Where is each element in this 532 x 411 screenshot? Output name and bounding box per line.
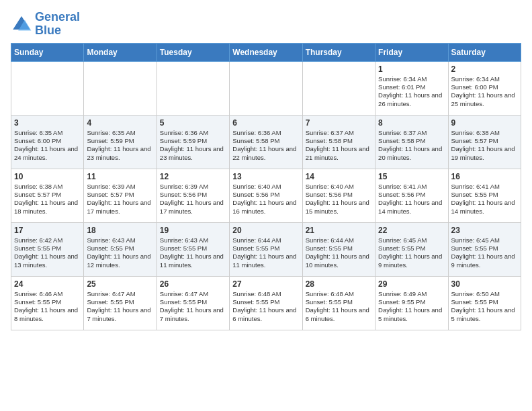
day-info: Sunrise: 6:40 AM Sunset: 5:56 PM Dayligh…	[306, 183, 372, 216]
day-number: 28	[306, 279, 372, 289]
day-header-saturday: Saturday	[448, 43, 521, 61]
day-info: Sunrise: 6:39 AM Sunset: 5:57 PM Dayligh…	[87, 183, 153, 216]
day-number: 1	[378, 64, 445, 74]
calendar-week-2: 3Sunrise: 6:35 AM Sunset: 6:00 PM Daylig…	[11, 115, 521, 169]
day-number: 3	[14, 118, 81, 128]
day-number: 6	[232, 118, 299, 128]
day-header-wednesday: Wednesday	[230, 43, 302, 61]
calendar-week-1: 1Sunrise: 6:34 AM Sunset: 6:01 PM Daylig…	[11, 61, 521, 115]
day-number: 4	[87, 118, 153, 128]
day-number: 25	[87, 279, 153, 289]
day-info: Sunrise: 6:48 AM Sunset: 5:55 PM Dayligh…	[232, 290, 299, 323]
calendar-cell	[11, 61, 84, 115]
day-info: Sunrise: 6:46 AM Sunset: 5:55 PM Dayligh…	[14, 290, 81, 323]
calendar-cell: 20Sunrise: 6:44 AM Sunset: 5:55 PM Dayli…	[230, 222, 302, 276]
day-info: Sunrise: 6:35 AM Sunset: 6:00 PM Dayligh…	[14, 129, 81, 162]
day-info: Sunrise: 6:47 AM Sunset: 5:55 PM Dayligh…	[87, 290, 153, 323]
day-number: 20	[232, 226, 299, 235]
day-header-friday: Friday	[375, 43, 448, 61]
day-number: 12	[160, 172, 226, 181]
calendar-cell: 12Sunrise: 6:39 AM Sunset: 5:56 PM Dayli…	[157, 169, 229, 222]
day-number: 24	[14, 279, 81, 289]
day-info: Sunrise: 6:38 AM Sunset: 5:57 PM Dayligh…	[14, 183, 81, 216]
calendar-cell: 2Sunrise: 6:34 AM Sunset: 6:00 PM Daylig…	[448, 61, 521, 115]
calendar-cell: 26Sunrise: 6:47 AM Sunset: 5:55 PM Dayli…	[157, 276, 229, 330]
calendar-cell: 3Sunrise: 6:35 AM Sunset: 6:00 PM Daylig…	[11, 115, 84, 169]
day-number: 14	[306, 172, 372, 181]
calendar-cell: 1Sunrise: 6:34 AM Sunset: 6:01 PM Daylig…	[375, 61, 448, 115]
calendar-cell: 15Sunrise: 6:41 AM Sunset: 5:56 PM Dayli…	[375, 169, 448, 222]
day-info: Sunrise: 6:48 AM Sunset: 5:55 PM Dayligh…	[306, 290, 372, 323]
day-number: 11	[87, 172, 153, 181]
day-header-monday: Monday	[84, 43, 157, 61]
day-info: Sunrise: 6:50 AM Sunset: 5:55 PM Dayligh…	[451, 290, 518, 323]
day-info: Sunrise: 6:41 AM Sunset: 5:55 PM Dayligh…	[451, 183, 518, 216]
day-header-sunday: Sunday	[11, 43, 84, 61]
calendar-week-4: 17Sunrise: 6:42 AM Sunset: 5:55 PM Dayli…	[11, 222, 521, 276]
day-number: 15	[378, 172, 445, 181]
day-header-tuesday: Tuesday	[157, 43, 229, 61]
day-number: 8	[378, 118, 445, 128]
day-info: Sunrise: 6:43 AM Sunset: 5:55 PM Dayligh…	[160, 236, 226, 269]
calendar-cell: 25Sunrise: 6:47 AM Sunset: 5:55 PM Dayli…	[84, 276, 157, 330]
day-number: 2	[451, 64, 518, 74]
day-number: 21	[306, 226, 372, 235]
day-header-thursday: Thursday	[302, 43, 375, 61]
calendar-cell: 22Sunrise: 6:45 AM Sunset: 5:55 PM Dayli…	[375, 222, 448, 276]
calendar-cell	[84, 61, 157, 115]
calendar-cell: 24Sunrise: 6:46 AM Sunset: 5:55 PM Dayli…	[11, 276, 84, 330]
logo-icon	[11, 13, 32, 35]
logo-text: General Blue	[35, 11, 80, 38]
day-number: 19	[160, 226, 226, 235]
day-number: 30	[451, 279, 518, 289]
calendar-table: SundayMondayTuesdayWednesdayThursdayFrid…	[11, 43, 521, 330]
day-info: Sunrise: 6:44 AM Sunset: 5:55 PM Dayligh…	[232, 236, 299, 269]
calendar-cell: 27Sunrise: 6:48 AM Sunset: 5:55 PM Dayli…	[230, 276, 302, 330]
day-info: Sunrise: 6:37 AM Sunset: 5:58 PM Dayligh…	[378, 129, 445, 162]
calendar-week-5: 24Sunrise: 6:46 AM Sunset: 5:55 PM Dayli…	[11, 276, 521, 330]
day-number: 7	[306, 118, 372, 128]
day-number: 27	[232, 279, 299, 289]
day-number: 9	[451, 118, 518, 128]
day-number: 5	[160, 118, 226, 128]
day-info: Sunrise: 6:43 AM Sunset: 5:55 PM Dayligh…	[87, 236, 153, 269]
calendar-cell: 18Sunrise: 6:43 AM Sunset: 5:55 PM Dayli…	[84, 222, 157, 276]
calendar-cell: 16Sunrise: 6:41 AM Sunset: 5:55 PM Dayli…	[448, 169, 521, 222]
day-info: Sunrise: 6:45 AM Sunset: 5:55 PM Dayligh…	[451, 236, 518, 269]
day-number: 10	[14, 172, 81, 181]
day-info: Sunrise: 6:44 AM Sunset: 5:55 PM Dayligh…	[306, 236, 372, 269]
day-info: Sunrise: 6:45 AM Sunset: 5:55 PM Dayligh…	[378, 236, 445, 269]
calendar-cell: 23Sunrise: 6:45 AM Sunset: 5:55 PM Dayli…	[448, 222, 521, 276]
day-number: 29	[378, 279, 445, 289]
calendar-header: SundayMondayTuesdayWednesdayThursdayFrid…	[11, 43, 521, 61]
calendar-cell	[157, 61, 229, 115]
calendar-cell: 9Sunrise: 6:38 AM Sunset: 5:57 PM Daylig…	[448, 115, 521, 169]
calendar-cell	[302, 61, 375, 115]
calendar-cell: 4Sunrise: 6:35 AM Sunset: 5:59 PM Daylig…	[84, 115, 157, 169]
calendar-cell	[230, 61, 302, 115]
day-number: 16	[451, 172, 518, 181]
calendar-week-3: 10Sunrise: 6:38 AM Sunset: 5:57 PM Dayli…	[11, 169, 521, 222]
calendar-cell: 10Sunrise: 6:38 AM Sunset: 5:57 PM Dayli…	[11, 169, 84, 222]
day-info: Sunrise: 6:35 AM Sunset: 5:59 PM Dayligh…	[87, 129, 153, 162]
calendar-cell: 8Sunrise: 6:37 AM Sunset: 5:58 PM Daylig…	[375, 115, 448, 169]
calendar-cell: 28Sunrise: 6:48 AM Sunset: 5:55 PM Dayli…	[302, 276, 375, 330]
day-number: 13	[232, 172, 299, 181]
calendar-cell: 6Sunrise: 6:36 AM Sunset: 5:58 PM Daylig…	[230, 115, 302, 169]
day-info: Sunrise: 6:38 AM Sunset: 5:57 PM Dayligh…	[451, 129, 518, 162]
day-number: 23	[451, 226, 518, 235]
day-info: Sunrise: 6:36 AM Sunset: 5:58 PM Dayligh…	[232, 129, 299, 162]
calendar-cell: 17Sunrise: 6:42 AM Sunset: 5:55 PM Dayli…	[11, 222, 84, 276]
day-info: Sunrise: 6:37 AM Sunset: 5:58 PM Dayligh…	[306, 129, 372, 162]
day-info: Sunrise: 6:39 AM Sunset: 5:56 PM Dayligh…	[160, 183, 226, 216]
logo: General Blue	[11, 11, 80, 38]
day-info: Sunrise: 6:49 AM Sunset: 9:55 PM Dayligh…	[378, 290, 445, 323]
calendar-cell: 11Sunrise: 6:39 AM Sunset: 5:57 PM Dayli…	[84, 169, 157, 222]
day-info: Sunrise: 6:34 AM Sunset: 6:01 PM Dayligh…	[378, 75, 445, 108]
day-info: Sunrise: 6:40 AM Sunset: 5:56 PM Dayligh…	[232, 183, 299, 216]
day-info: Sunrise: 6:47 AM Sunset: 5:55 PM Dayligh…	[160, 290, 226, 323]
calendar-cell: 5Sunrise: 6:36 AM Sunset: 5:59 PM Daylig…	[157, 115, 229, 169]
day-info: Sunrise: 6:34 AM Sunset: 6:00 PM Dayligh…	[451, 75, 518, 108]
page-header: General Blue	[11, 11, 521, 38]
day-info: Sunrise: 6:36 AM Sunset: 5:59 PM Dayligh…	[160, 129, 226, 162]
